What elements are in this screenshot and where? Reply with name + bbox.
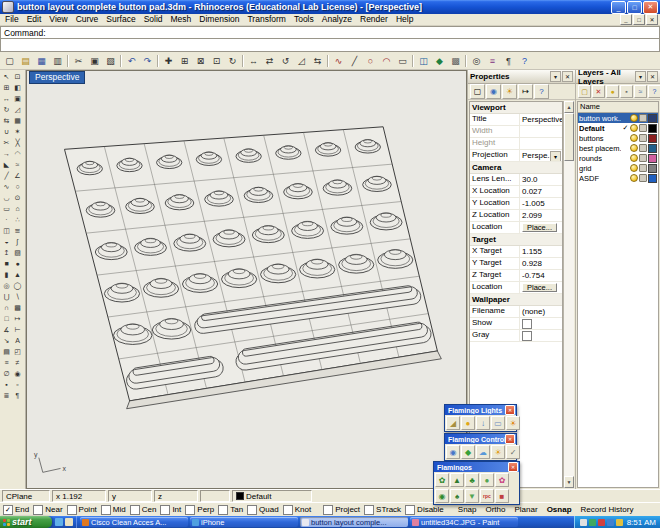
disable-checkbox[interactable] — [405, 505, 415, 515]
taskbar-button[interactable]: Cisco Clean Acces A... — [80, 517, 188, 527]
osnap-end[interactable]: ✓End — [3, 505, 29, 515]
layer-color-swatch[interactable] — [648, 124, 657, 133]
mdi-close-button[interactable]: ✕ — [646, 14, 658, 25]
properties-scrollbar[interactable]: ▲ ▼ — [563, 101, 574, 488]
scroll-down-icon[interactable]: ▼ — [564, 476, 574, 488]
extrude-icon[interactable]: ↥ — [1, 247, 12, 258]
cut-icon[interactable]: ✂ — [71, 54, 86, 68]
menu-help[interactable]: Help — [392, 14, 417, 25]
status-pane-2[interactable]: y — [108, 490, 152, 502]
close-icon[interactable]: ✕ — [505, 405, 515, 415]
offset-icon[interactable]: ≈ — [12, 159, 23, 170]
ellipse-icon[interactable]: ⊙ — [12, 192, 23, 203]
cone-icon[interactable]: ▲ — [12, 269, 23, 280]
layer-visibility-icon[interactable] — [630, 114, 638, 122]
red-plant-icon[interactable]: ■ — [495, 489, 509, 503]
arc-tool-icon[interactable]: ◡ — [1, 192, 12, 203]
explode-icon[interactable]: ✶ — [12, 126, 23, 137]
layer-color-swatch[interactable] — [648, 174, 657, 183]
curve-tools-icon[interactable]: ∿ — [331, 54, 346, 68]
hatch-icon[interactable]: ▤ — [1, 346, 12, 357]
mode-record-history[interactable]: Record History — [581, 505, 634, 514]
layer-row-button-work-[interactable]: button work... — [578, 113, 658, 123]
osnap-perp[interactable]: Perp — [185, 505, 214, 515]
quad-checkbox[interactable] — [247, 505, 257, 515]
trim-icon[interactable]: ✂ — [1, 137, 12, 148]
dimension-icon[interactable]: ⊢ — [12, 324, 23, 335]
mode-planar[interactable]: Planar — [515, 505, 538, 514]
material-props-icon[interactable]: ◉ — [486, 84, 501, 99]
layer-lock-icon[interactable]: ▪ — [620, 85, 633, 98]
paste-icon[interactable]: ▧ — [103, 54, 118, 68]
status-pane-3[interactable]: z — [154, 490, 198, 502]
layer-lock-icon[interactable] — [639, 154, 647, 162]
layer-visibility-icon[interactable] — [630, 164, 638, 172]
rotate-view-icon[interactable]: ↻ — [225, 54, 240, 68]
layers-menu-icon[interactable]: ▾ — [635, 71, 646, 82]
palette-titlebar[interactable]: Flamingo Control B...✕ — [445, 434, 516, 444]
tan-checkbox[interactable] — [218, 505, 228, 515]
osnap-project[interactable]: Project — [323, 505, 360, 515]
array-tool-icon[interactable]: ▦ — [12, 115, 23, 126]
box-icon[interactable]: ■ — [1, 258, 12, 269]
mesh-tools-icon[interactable]: ▩ — [448, 54, 463, 68]
analyze-angle-icon[interactable]: ∡ — [1, 324, 12, 335]
cen-checkbox[interactable] — [130, 505, 140, 515]
leaf-icon[interactable]: ♠ — [450, 489, 464, 503]
osnap-mid[interactable]: Mid — [101, 505, 126, 515]
circle-tool-icon[interactable]: ○ — [12, 181, 23, 192]
dimension-props-icon[interactable]: ↦ — [518, 84, 533, 99]
layer-tool-icon[interactable]: ≣ — [1, 390, 12, 401]
mode-ortho[interactable]: Ortho — [485, 505, 505, 514]
text-icon[interactable]: A — [12, 335, 23, 346]
mdi-restore-button[interactable]: □ — [633, 14, 645, 25]
knot-checkbox[interactable] — [283, 505, 293, 515]
chamfer-icon[interactable]: ◣ — [1, 159, 12, 170]
block-icon[interactable]: ◰ — [12, 346, 23, 357]
place-button[interactable]: Place... — [522, 223, 557, 232]
menu-curve[interactable]: Curve — [72, 14, 103, 25]
new-file-icon[interactable]: ▢ — [2, 54, 17, 68]
sapling-icon[interactable]: ▼ — [465, 489, 479, 503]
loft-icon[interactable]: ≅ — [12, 225, 23, 236]
display-mode-icon[interactable]: ◧ — [12, 82, 23, 93]
tray-icon-2[interactable] — [589, 519, 596, 526]
zoom-selected-icon[interactable]: ⊡ — [209, 54, 224, 68]
sweep-icon[interactable]: ∫ — [12, 236, 23, 247]
osnap-knot[interactable]: Knot — [283, 505, 311, 515]
match-layer-icon[interactable]: ≈ — [634, 85, 647, 98]
layer-visibility-icon[interactable] — [630, 154, 638, 162]
zoom-window-icon[interactable]: ⊞ — [177, 54, 192, 68]
osnap-disable[interactable]: Disable — [405, 505, 444, 515]
properties-menu-icon[interactable]: ▾ — [550, 71, 561, 82]
layer-lock-icon[interactable] — [639, 114, 647, 122]
unlock-icon[interactable]: ▫ — [12, 379, 23, 390]
fillet-icon[interactable]: ◠ — [12, 148, 23, 159]
mesh-box-icon[interactable]: □ — [1, 313, 12, 324]
arc-icon[interactable]: ◠ — [379, 54, 394, 68]
osnap-quad[interactable]: Quad — [247, 505, 279, 515]
polyline-icon[interactable]: ∠ — [12, 170, 23, 181]
tray-icon-3[interactable] — [598, 519, 605, 526]
place-button[interactable]: Place... — [522, 283, 557, 292]
cylinder-icon[interactable]: ▮ — [1, 269, 12, 280]
boolean-difference-icon[interactable]: ∖ — [12, 291, 23, 302]
points-on-icon[interactable]: ∴ — [12, 214, 23, 225]
menu-analyze[interactable]: Analyze — [318, 14, 356, 25]
solid-tools-icon[interactable]: ◆ — [432, 54, 447, 68]
help-icon[interactable]: ? — [517, 54, 532, 68]
surface-tools-icon[interactable]: ◫ — [416, 54, 431, 68]
rpc-icon[interactable]: rpc — [480, 489, 494, 503]
light-props-icon[interactable]: ☀ — [502, 84, 517, 99]
layer-lock-icon[interactable] — [639, 174, 647, 182]
close-button[interactable]: ✕ — [643, 1, 658, 14]
mirror-icon[interactable]: ⇆ — [310, 54, 325, 68]
osnap-point[interactable]: Point — [67, 505, 97, 515]
copy-tool-icon[interactable]: ▣ — [12, 93, 23, 104]
gray-checkbox[interactable] — [522, 331, 532, 341]
viewport-title-tab[interactable]: Perspective — [29, 71, 85, 84]
point-light-icon[interactable]: ● — [461, 416, 475, 430]
status-pane-4[interactable] — [200, 490, 230, 502]
layer-color-swatch[interactable] — [648, 144, 657, 153]
mode-osnap[interactable]: Osnap — [547, 505, 572, 514]
